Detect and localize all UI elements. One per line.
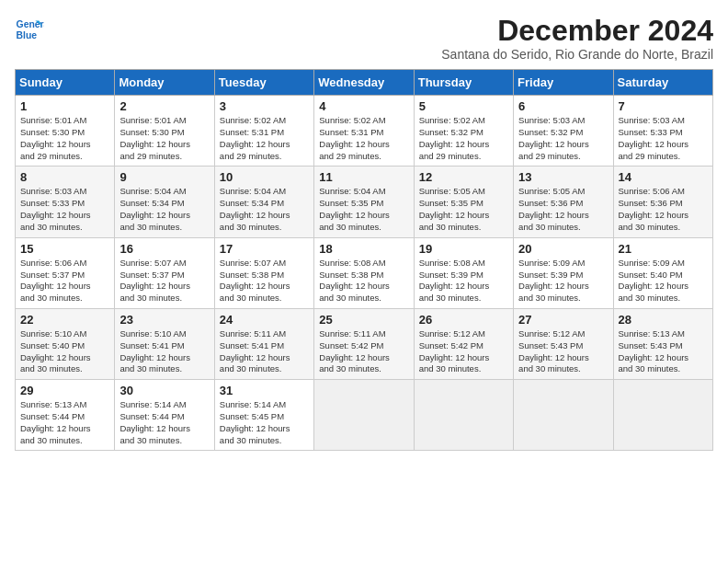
header-monday: Monday <box>115 70 214 96</box>
table-row: 30Sunrise: 5:14 AMSunset: 5:44 PMDayligh… <box>115 380 214 451</box>
day-number: 26 <box>419 313 508 327</box>
day-number: 31 <box>220 384 309 397</box>
day-number: 28 <box>619 313 708 327</box>
calendar-row: 15Sunrise: 5:06 AMSunset: 5:37 PMDayligh… <box>16 237 713 308</box>
day-info: Sunrise: 5:13 AMSunset: 5:44 PMDaylight:… <box>20 399 109 446</box>
table-row: 26Sunrise: 5:12 AMSunset: 5:42 PMDayligh… <box>414 308 513 379</box>
calendar-row: 22Sunrise: 5:10 AMSunset: 5:40 PMDayligh… <box>16 308 713 379</box>
day-info: Sunrise: 5:03 AMSunset: 5:33 PMDaylight:… <box>20 186 109 233</box>
table-row <box>414 380 513 451</box>
table-row: 7Sunrise: 5:03 AMSunset: 5:33 PMDaylight… <box>613 96 712 167</box>
svg-text:Blue: Blue <box>17 30 38 40</box>
table-row <box>613 380 712 451</box>
day-number: 29 <box>20 384 109 397</box>
calendar-row: 8Sunrise: 5:03 AMSunset: 5:33 PMDaylight… <box>16 167 713 237</box>
day-number: 9 <box>119 170 209 184</box>
day-number: 23 <box>119 313 209 327</box>
table-row: 24Sunrise: 5:11 AMSunset: 5:41 PMDayligh… <box>214 308 313 379</box>
title-block: December 2024 Santana do Serido, Rio Gra… <box>441 15 713 62</box>
day-number: 1 <box>20 99 109 113</box>
calendar-row: 29Sunrise: 5:13 AMSunset: 5:44 PMDayligh… <box>16 380 713 451</box>
table-row: 11Sunrise: 5:04 AMSunset: 5:35 PMDayligh… <box>314 167 414 237</box>
logo-icon: General Blue <box>15 15 44 44</box>
day-number: 3 <box>220 99 309 113</box>
table-row: 27Sunrise: 5:12 AMSunset: 5:43 PMDayligh… <box>514 308 613 379</box>
day-number: 21 <box>619 242 708 256</box>
calendar-header-row: Sunday Monday Tuesday Wednesday Thursday… <box>16 70 713 96</box>
day-info: Sunrise: 5:11 AMSunset: 5:42 PMDaylight:… <box>319 328 408 375</box>
day-number: 19 <box>419 242 508 256</box>
day-info: Sunrise: 5:06 AMSunset: 5:37 PMDaylight:… <box>20 258 109 304</box>
day-number: 11 <box>319 170 408 184</box>
page-header: General Blue December 2024 Santana do Se… <box>15 15 713 62</box>
day-info: Sunrise: 5:07 AMSunset: 5:38 PMDaylight:… <box>220 258 309 304</box>
day-info: Sunrise: 5:04 AMSunset: 5:34 PMDaylight:… <box>220 186 309 233</box>
month-title: December 2024 <box>441 15 713 47</box>
day-info: Sunrise: 5:02 AMSunset: 5:32 PMDaylight:… <box>419 115 508 162</box>
day-info: Sunrise: 5:10 AMSunset: 5:40 PMDaylight:… <box>20 328 109 375</box>
day-info: Sunrise: 5:09 AMSunset: 5:39 PMDaylight:… <box>518 258 608 304</box>
day-number: 7 <box>619 99 708 113</box>
day-info: Sunrise: 5:04 AMSunset: 5:35 PMDaylight:… <box>319 186 408 233</box>
day-info: Sunrise: 5:09 AMSunset: 5:40 PMDaylight:… <box>619 258 708 304</box>
table-row: 10Sunrise: 5:04 AMSunset: 5:34 PMDayligh… <box>214 167 313 237</box>
table-row: 4Sunrise: 5:02 AMSunset: 5:31 PMDaylight… <box>314 96 414 167</box>
day-info: Sunrise: 5:10 AMSunset: 5:41 PMDaylight:… <box>119 328 209 375</box>
day-number: 4 <box>319 99 408 113</box>
day-info: Sunrise: 5:07 AMSunset: 5:37 PMDaylight:… <box>119 258 209 304</box>
day-info: Sunrise: 5:14 AMSunset: 5:45 PMDaylight:… <box>220 399 309 446</box>
day-info: Sunrise: 5:08 AMSunset: 5:38 PMDaylight:… <box>319 258 408 304</box>
table-row: 9Sunrise: 5:04 AMSunset: 5:34 PMDaylight… <box>115 167 214 237</box>
logo: General Blue <box>15 15 48 44</box>
day-number: 12 <box>419 170 508 184</box>
table-row: 3Sunrise: 5:02 AMSunset: 5:31 PMDaylight… <box>214 96 313 167</box>
calendar-row: 1Sunrise: 5:01 AMSunset: 5:30 PMDaylight… <box>16 96 713 167</box>
day-number: 10 <box>220 170 309 184</box>
table-row <box>514 380 613 451</box>
table-row: 1Sunrise: 5:01 AMSunset: 5:30 PMDaylight… <box>16 96 115 167</box>
day-number: 17 <box>220 242 309 256</box>
day-info: Sunrise: 5:12 AMSunset: 5:43 PMDaylight:… <box>518 328 608 375</box>
day-info: Sunrise: 5:08 AMSunset: 5:39 PMDaylight:… <box>419 258 508 304</box>
day-info: Sunrise: 5:14 AMSunset: 5:44 PMDaylight:… <box>119 399 209 446</box>
day-number: 22 <box>20 313 109 327</box>
day-number: 5 <box>419 99 508 113</box>
table-row: 8Sunrise: 5:03 AMSunset: 5:33 PMDaylight… <box>16 167 115 237</box>
day-info: Sunrise: 5:04 AMSunset: 5:34 PMDaylight:… <box>119 186 209 233</box>
day-info: Sunrise: 5:12 AMSunset: 5:42 PMDaylight:… <box>419 328 508 375</box>
header-saturday: Saturday <box>613 70 712 96</box>
day-number: 20 <box>518 242 608 256</box>
day-number: 13 <box>518 170 608 184</box>
day-number: 30 <box>119 384 209 397</box>
table-row: 25Sunrise: 5:11 AMSunset: 5:42 PMDayligh… <box>314 308 414 379</box>
day-number: 24 <box>220 313 309 327</box>
day-info: Sunrise: 5:03 AMSunset: 5:32 PMDaylight:… <box>518 115 608 162</box>
table-row: 19Sunrise: 5:08 AMSunset: 5:39 PMDayligh… <box>414 237 513 308</box>
header-thursday: Thursday <box>414 70 513 96</box>
table-row: 21Sunrise: 5:09 AMSunset: 5:40 PMDayligh… <box>613 237 712 308</box>
header-friday: Friday <box>514 70 613 96</box>
table-row: 12Sunrise: 5:05 AMSunset: 5:35 PMDayligh… <box>414 167 513 237</box>
day-info: Sunrise: 5:11 AMSunset: 5:41 PMDaylight:… <box>220 328 309 375</box>
day-number: 15 <box>20 242 109 256</box>
table-row: 18Sunrise: 5:08 AMSunset: 5:38 PMDayligh… <box>314 237 414 308</box>
day-info: Sunrise: 5:01 AMSunset: 5:30 PMDaylight:… <box>119 115 209 162</box>
table-row <box>314 380 414 451</box>
table-row: 6Sunrise: 5:03 AMSunset: 5:32 PMDaylight… <box>514 96 613 167</box>
table-row: 29Sunrise: 5:13 AMSunset: 5:44 PMDayligh… <box>16 380 115 451</box>
day-info: Sunrise: 5:05 AMSunset: 5:35 PMDaylight:… <box>419 186 508 233</box>
table-row: 23Sunrise: 5:10 AMSunset: 5:41 PMDayligh… <box>115 308 214 379</box>
day-number: 2 <box>119 99 209 113</box>
location-subtitle: Santana do Serido, Rio Grande do Norte, … <box>441 47 713 62</box>
day-info: Sunrise: 5:02 AMSunset: 5:31 PMDaylight:… <box>220 115 309 162</box>
table-row: 17Sunrise: 5:07 AMSunset: 5:38 PMDayligh… <box>214 237 313 308</box>
table-row: 20Sunrise: 5:09 AMSunset: 5:39 PMDayligh… <box>514 237 613 308</box>
day-info: Sunrise: 5:03 AMSunset: 5:33 PMDaylight:… <box>619 115 708 162</box>
calendar-table: Sunday Monday Tuesday Wednesday Thursday… <box>15 69 713 451</box>
table-row: 14Sunrise: 5:06 AMSunset: 5:36 PMDayligh… <box>613 167 712 237</box>
day-number: 25 <box>319 313 408 327</box>
table-row: 31Sunrise: 5:14 AMSunset: 5:45 PMDayligh… <box>214 380 313 451</box>
table-row: 22Sunrise: 5:10 AMSunset: 5:40 PMDayligh… <box>16 308 115 379</box>
table-row: 16Sunrise: 5:07 AMSunset: 5:37 PMDayligh… <box>115 237 214 308</box>
day-number: 14 <box>619 170 708 184</box>
